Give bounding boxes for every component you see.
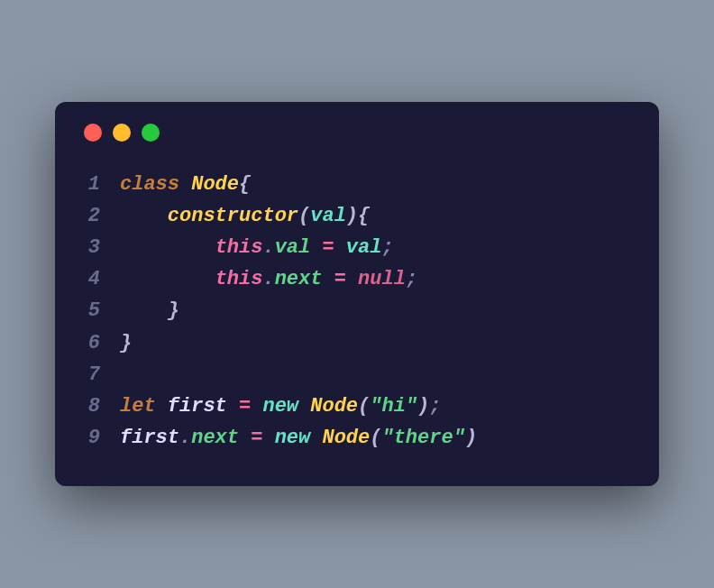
code-content: this.next = null;: [120, 263, 417, 295]
token-punct: ;: [381, 236, 393, 259]
token-this: this: [215, 236, 263, 259]
close-icon[interactable]: [84, 124, 102, 142]
token-punct: ;: [429, 395, 441, 418]
token-prop: val: [275, 236, 311, 259]
line-number: 4: [80, 263, 120, 295]
token-param: val: [310, 205, 346, 227]
code-content: constructor(val){: [120, 200, 370, 232]
line-number: 3: [80, 232, 120, 263]
code-line: 5 }: [80, 295, 634, 326]
token-this: this: [215, 268, 263, 290]
traffic-lights: [84, 124, 634, 142]
minimize-icon[interactable]: [113, 124, 131, 142]
token-brace: {: [358, 205, 370, 227]
code-line: 1class Node{: [80, 169, 634, 200]
token-ident: first: [168, 395, 227, 418]
token-op: =: [227, 395, 263, 418]
code-line: 7: [80, 359, 634, 390]
token-dot: .: [262, 268, 274, 290]
zoom-icon[interactable]: [142, 124, 160, 142]
line-number: 9: [80, 422, 120, 454]
token-new: new: [262, 395, 310, 418]
line-number: 5: [80, 295, 120, 326]
code-line: 6}: [80, 327, 634, 359]
token-op: =: [239, 427, 275, 449]
token-class: Node: [310, 395, 358, 418]
code-line: 9first.next = new Node("there"): [80, 422, 634, 454]
token-prop: next: [275, 268, 323, 290]
token-op: =: [322, 268, 358, 290]
token-brace: {: [239, 173, 251, 196]
token-brace: ): [346, 205, 358, 227]
code-content: class Node{: [120, 169, 251, 200]
token-new: new: [275, 427, 323, 449]
code-window: 1class Node{2 constructor(val){3 this.va…: [55, 102, 659, 487]
token-dot: .: [179, 427, 191, 449]
code-content: [120, 359, 132, 390]
token-keyword: class: [120, 173, 191, 196]
code-content: first.next = new Node("there"): [120, 422, 477, 454]
code-content: let first = new Node("hi");: [120, 390, 441, 422]
token-class: Node: [191, 173, 239, 196]
token-brace: (: [298, 205, 310, 227]
token-brace: ): [417, 395, 429, 418]
line-number: 1: [80, 169, 120, 200]
token-null: null: [358, 268, 406, 290]
code-content: this.val = val;: [120, 232, 394, 263]
token-brace: }: [168, 299, 179, 322]
token-prop: next: [191, 427, 239, 449]
token-dot: .: [262, 236, 274, 259]
code-line: 8let first = new Node("hi");: [80, 390, 634, 422]
token-brace: ): [465, 427, 477, 449]
line-number: 6: [80, 327, 120, 359]
token-brace: (: [370, 427, 381, 449]
token-string: "hi": [370, 395, 417, 418]
token-param: val: [346, 236, 382, 259]
token-brace: (: [358, 395, 370, 418]
code-line: 4 this.next = null;: [80, 263, 634, 295]
token-brace: }: [120, 332, 132, 354]
token-let: let: [120, 395, 168, 418]
line-number: 7: [80, 359, 120, 390]
line-number: 8: [80, 390, 120, 422]
code-content: }: [120, 327, 132, 359]
code-line: 2 constructor(val){: [80, 200, 634, 232]
code-editor: 1class Node{2 constructor(val){3 this.va…: [80, 169, 634, 455]
token-op: =: [310, 236, 346, 259]
token-punct: ;: [406, 268, 417, 290]
line-number: 2: [80, 200, 120, 232]
token-string: "there": [381, 427, 464, 449]
token-ident: first: [120, 427, 179, 449]
code-line: 3 this.val = val;: [80, 232, 634, 263]
token-func: constructor: [168, 205, 298, 227]
token-class: Node: [322, 427, 370, 449]
code-content: }: [120, 295, 179, 326]
